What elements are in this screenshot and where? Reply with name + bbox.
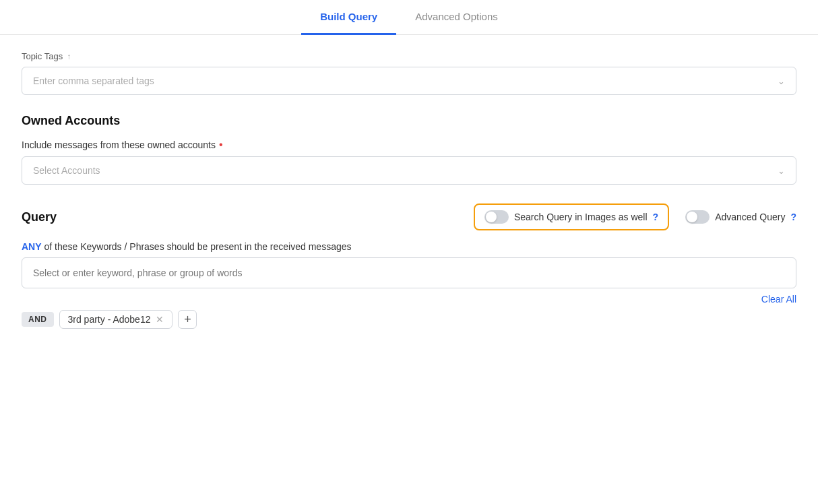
tag-chip: 3rd party - Adobe12 ✕ [59, 310, 173, 329]
advanced-query-toggle[interactable] [685, 210, 710, 224]
owned-accounts-title: Owned Accounts [22, 114, 796, 128]
any-description: of these Keywords / Phrases should be pr… [42, 241, 352, 252]
topic-tags-dropdown[interactable]: Enter comma separated tags ⌄ [22, 67, 796, 95]
advanced-query-toggle-item: Advanced Query ? [685, 210, 796, 224]
topic-tags-chevron-icon: ⌄ [778, 76, 785, 86]
select-accounts-dropdown[interactable]: Select Accounts ⌄ [22, 156, 796, 185]
required-dot: • [219, 139, 223, 151]
page-container: Build Query Advanced Options Topic Tags … [0, 0, 818, 504]
tab-build-query[interactable]: Build Query [301, 0, 396, 35]
advanced-query-help-icon[interactable]: ? [790, 212, 796, 222]
owned-accounts-field-label: Include messages from these owned accoun… [22, 139, 796, 151]
search-query-images-toggle-item: Search Query in Images as well ? [474, 203, 669, 230]
tab-advanced-options[interactable]: Advanced Options [396, 0, 517, 35]
search-query-images-label: Search Query in Images as well [514, 212, 648, 222]
topic-tags-label: Topic Tags ↑ [22, 51, 796, 61]
and-badge: AND [22, 312, 54, 327]
clear-all-row: Clear All [22, 294, 796, 305]
topic-tags-text: Topic Tags [22, 51, 63, 61]
clear-all-button[interactable]: Clear All [761, 294, 796, 305]
add-tag-button[interactable]: + [178, 310, 197, 329]
advanced-query-label: Advanced Query [715, 212, 785, 222]
owned-accounts-label-text: Include messages from these owned accoun… [22, 139, 216, 150]
toggle-group: Search Query in Images as well ? Advance… [474, 203, 796, 230]
search-query-images-help-icon[interactable]: ? [653, 212, 659, 222]
add-icon: + [184, 313, 191, 325]
select-accounts-chevron-icon: ⌄ [778, 166, 785, 176]
main-content: Topic Tags ↑ Enter comma separated tags … [0, 35, 818, 350]
tag-chip-value: 3rd party - Adobe12 [68, 314, 151, 325]
select-accounts-placeholder: Select Accounts [33, 165, 100, 176]
any-label: ANY of these Keywords / Phrases should b… [22, 241, 796, 252]
keyword-input[interactable] [22, 257, 796, 288]
topic-tags-placeholder: Enter comma separated tags [33, 75, 154, 86]
query-section-title: Query [22, 210, 57, 224]
tag-chip-close-icon[interactable]: ✕ [156, 315, 164, 324]
topic-tags-info-icon[interactable]: ↑ [67, 52, 71, 61]
tabs-bar: Build Query Advanced Options [0, 0, 818, 35]
search-query-images-toggle[interactable] [484, 210, 509, 224]
query-header: Query Search Query in Images as well ? A… [22, 203, 796, 230]
tag-row: AND 3rd party - Adobe12 ✕ + [22, 310, 796, 329]
any-keyword: ANY [22, 241, 42, 252]
